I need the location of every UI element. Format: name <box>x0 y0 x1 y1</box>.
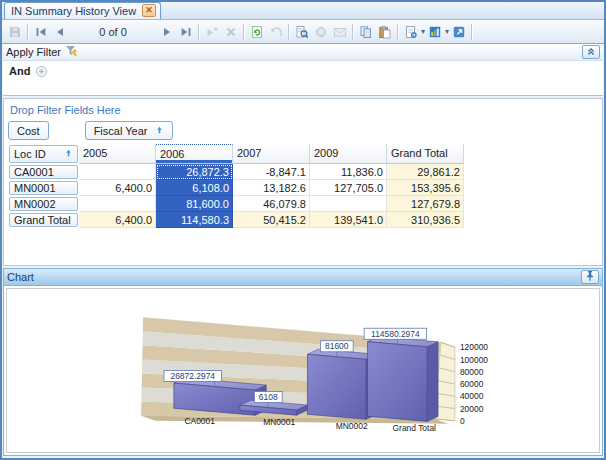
column-header-grand-total[interactable]: Grand Total <box>387 144 464 164</box>
toolbar-separator <box>288 24 289 40</box>
first-record-icon[interactable] <box>31 23 50 41</box>
tab-close-icon[interactable]: ✕ <box>142 4 156 17</box>
pivot-cell[interactable]: 13,182.6 <box>233 180 310 196</box>
row-field-cell: Loc ID <box>8 144 79 164</box>
add-condition-icon[interactable] <box>35 65 48 80</box>
chart-category-label: Grand Total <box>393 423 437 433</box>
copy-button[interactable] <box>356 23 375 41</box>
export-icon[interactable] <box>401 23 420 41</box>
chart-bar[interactable] <box>307 349 377 419</box>
excel-export-button[interactable]: ▾ <box>425 23 449 41</box>
measure-field-button[interactable]: Cost <box>8 121 49 140</box>
pivot-cell[interactable]: 6,400.0 <box>79 212 156 228</box>
paste-button[interactable] <box>375 23 394 41</box>
publish-button[interactable] <box>311 23 330 41</box>
export-button[interactable]: ▾ <box>401 23 425 41</box>
collapse-panel-button[interactable] <box>582 45 600 59</box>
toolbar-separator <box>397 24 398 40</box>
new-window-icon[interactable] <box>449 23 468 41</box>
chart-panel-header: Chart <box>4 269 602 286</box>
pivot-row-header-mn0002[interactable]: MN0002 <box>9 197 78 211</box>
print-preview-button[interactable] <box>292 23 311 41</box>
email-icon[interactable] <box>330 23 349 41</box>
pivot-row-header-cell: CA0001 <box>8 164 79 180</box>
pivot-cell[interactable]: 46,079.8 <box>233 196 310 212</box>
publish-icon[interactable] <box>311 23 330 41</box>
sort-ascending-icon <box>155 125 164 137</box>
svg-text:60000: 60000 <box>460 379 484 389</box>
pivot-cell[interactable]: 6,400.0 <box>79 180 156 196</box>
pivot-cell[interactable]: 6,108.0 <box>156 180 233 196</box>
column-field-button[interactable]: Fiscal Year <box>85 121 174 140</box>
column-field-label: Fiscal Year <box>94 125 148 137</box>
undo-button[interactable] <box>266 23 285 41</box>
paste-icon[interactable] <box>375 23 394 41</box>
previous-record-button[interactable] <box>50 23 69 41</box>
pivot-row-header-ca0001[interactable]: CA0001 <box>9 165 78 179</box>
last-record-button[interactable] <box>176 23 195 41</box>
refresh-button[interactable] <box>247 23 266 41</box>
pivot-cell[interactable]: -8,847.1 <box>233 164 310 180</box>
copy-icon[interactable] <box>356 23 375 41</box>
chart-panel: Chart 0200004000060000800001000001200002… <box>3 268 603 456</box>
next-record-icon[interactable] <box>157 23 176 41</box>
refresh-icon[interactable] <box>247 23 266 41</box>
column-header-2009[interactable]: 2009 <box>310 144 387 164</box>
chevron-double-up-icon <box>585 45 597 59</box>
next-record-button[interactable] <box>157 23 176 41</box>
column-header-2007[interactable]: 2007 <box>233 144 310 164</box>
pivot-cell[interactable]: 310,936.5 <box>387 212 464 228</box>
chart-panel-title: Chart <box>7 271 34 283</box>
tab-summary-history-view[interactable]: IN Summary History View ✕ <box>4 2 161 19</box>
save-icon[interactable] <box>5 23 24 41</box>
row-field-button[interactable]: Loc ID <box>9 145 78 163</box>
pivot-cell[interactable]: 153,395.6 <box>387 180 464 196</box>
chart-canvas[interactable]: 02000040000600008000010000012000026872.2… <box>6 288 600 453</box>
pivot-cell[interactable]: 50,415.2 <box>233 212 310 228</box>
pivot-row-header-mn0001[interactable]: MN0001 <box>9 181 78 195</box>
svg-text:26872.2974: 26872.2974 <box>170 371 215 381</box>
new-window-button[interactable] <box>449 23 468 41</box>
new-record-icon[interactable] <box>202 23 221 41</box>
pivot-row-header-cell: MN0002 <box>8 196 79 212</box>
pivot-panel: Drop Filter Fields Here Cost Fiscal Year… <box>3 98 603 266</box>
pivot-cell[interactable]: 127,705.0 <box>310 180 387 196</box>
delete-record-button[interactable] <box>221 23 240 41</box>
pin-panel-button[interactable] <box>581 270 599 284</box>
pivot-row-header-cell: MN0001 <box>8 180 79 196</box>
filter-condition-area: And <box>3 61 603 95</box>
last-record-icon[interactable] <box>176 23 195 41</box>
pivot-cell[interactable]: 81,600.0 <box>156 196 233 212</box>
previous-record-icon[interactable] <box>50 23 69 41</box>
pivot-cell[interactable]: 29,861.2 <box>387 164 464 180</box>
pivot-cell[interactable]: 11,836.0 <box>310 164 387 180</box>
pushpin-icon <box>585 270 595 284</box>
tab-bar: IN Summary History View ✕ <box>2 2 604 20</box>
toolbar-separator <box>243 24 244 40</box>
toolbar-separator <box>27 24 28 40</box>
new-record-button[interactable] <box>202 23 221 41</box>
pivot-cell[interactable]: 26,872.3 <box>156 164 233 180</box>
email-button[interactable] <box>330 23 349 41</box>
pivot-cell[interactable]: 114,580.3 <box>156 212 233 228</box>
save-button[interactable] <box>5 23 24 41</box>
svg-text:40000: 40000 <box>460 391 484 401</box>
pivot-cell[interactable] <box>310 196 387 212</box>
drop-filter-fields-zone[interactable]: Drop Filter Fields Here <box>8 101 602 121</box>
toolbar: 0 of 0▾▾ <box>2 20 604 44</box>
excel-export-icon[interactable] <box>425 23 444 41</box>
pivot-cell[interactable]: 139,541.0 <box>310 212 387 228</box>
undo-icon[interactable] <box>266 23 285 41</box>
column-header-2006[interactable]: 2006 <box>156 144 233 164</box>
chart-bar[interactable] <box>368 337 439 422</box>
pivot-cell[interactable] <box>79 164 156 180</box>
column-header-2005[interactable]: 2005 <box>79 144 156 164</box>
pivot-cell[interactable] <box>79 196 156 212</box>
filter-panel-title: Apply Filter <box>6 46 61 58</box>
toolbar-separator <box>352 24 353 40</box>
delete-record-icon[interactable] <box>221 23 240 41</box>
pivot-cell[interactable]: 127,679.8 <box>387 196 464 212</box>
pivot-row-header-grand-total[interactable]: Grand Total <box>9 213 78 227</box>
print-preview-icon[interactable] <box>292 23 311 41</box>
first-record-button[interactable] <box>31 23 50 41</box>
